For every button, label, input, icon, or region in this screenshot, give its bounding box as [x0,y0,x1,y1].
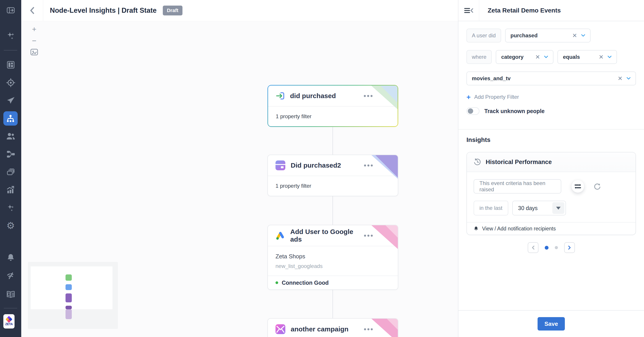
clear-icon[interactable]: ✕ [618,75,622,82]
chevron-right-icon [568,245,571,250]
operator-select-value: equals [563,54,580,60]
corner-decoration [372,155,398,179]
save-button[interactable]: Save [538,317,565,331]
panel-title: Zeta Retail Demo Events [488,7,561,14]
target-icon[interactable] [0,75,21,90]
analytics-icon[interactable] [0,183,21,197]
triangle-down-icon [556,207,560,210]
fit-view-button[interactable] [30,48,38,56]
chevron-down-icon[interactable] [608,56,612,58]
settings-gear-icon[interactable]: ⚙ [0,219,21,233]
corner-decoration [372,225,398,249]
chevron-left-icon [30,6,35,15]
collapse-sidebar-icon[interactable] [0,3,21,17]
page-dot-active[interactable] [545,246,548,250]
adjust-filters-button[interactable] [572,180,584,193]
bell-icon [474,226,478,231]
node-did-purchased2[interactable]: Did purchased2 1 property filter [268,155,398,196]
prev-page-button[interactable] [528,242,538,253]
duration-select[interactable]: 30 days [512,201,566,215]
clear-icon[interactable]: ✕ [599,54,604,60]
zeta-logo-text: ZETA [5,322,13,326]
zeta-logo[interactable]: ZETA [3,314,14,329]
minimap-node-marker [66,306,72,309]
panel-header: Zeta Retail Demo Events [458,0,644,21]
duration-value: 30 days [518,205,538,211]
sidebar-divider [4,50,17,50]
top-bar: Node-Level Insights | Draft State Draft [21,0,458,21]
package-icon [276,160,285,170]
next-page-button[interactable] [564,242,575,253]
panel-header-divider [479,0,479,21]
chevron-down-icon[interactable] [544,56,548,58]
insights-heading: Insights [466,136,636,143]
refresh-button[interactable] [594,183,600,190]
refresh-icon [594,183,600,190]
value-select[interactable]: movies_and_tv ✕ [466,71,636,85]
zoom-in-button[interactable]: + [32,25,36,33]
notifications-bell-icon[interactable] [0,251,21,265]
operator-select[interactable]: equals ✕ [558,50,617,64]
docs-book-icon[interactable] [0,287,21,302]
connection-status-text: Connection Good [282,280,329,286]
event-config-panel: Zeta Retail Demo Events A user did purch… [458,0,644,337]
workflow-icon[interactable] [0,147,21,161]
notification-recipients-label: View / Add notification recipients [482,226,556,232]
page-dot[interactable] [555,246,558,249]
minimap-node-marker [66,309,72,319]
stack-icon[interactable] [0,165,21,179]
property-select[interactable]: category ✕ [496,50,554,64]
event-select[interactable]: purchased ✕ [505,29,590,42]
sparkles-icon[interactable] [0,201,21,215]
plus-icon: + [466,93,471,101]
node-subtext: 1 property filter [268,107,398,126]
sidebar-divider [4,308,17,308]
corner-decoration [372,319,398,337]
event-prefix-pill: A user did [466,29,501,42]
add-property-filter-link[interactable]: + Add Property Filter [466,93,636,101]
node-did-purchased[interactable]: did purchased 1 property filter [268,85,398,127]
node-menu-icon[interactable] [364,328,373,330]
minimap[interactable] [28,262,118,329]
historical-performance-card: Historical Performance This event criter… [466,152,636,235]
node-another-campaign[interactable]: another campaign [268,318,398,337]
connection-status-dot [276,281,278,284]
node-menu-icon[interactable] [364,235,373,237]
back-button[interactable] [21,0,43,21]
node-connection-name: Zeta Shops [268,246,398,260]
node-title: Add User to Google ads [290,228,364,243]
chevron-down-icon[interactable] [581,34,585,37]
chevron-left-icon [532,245,535,250]
node-list-name: new_list_googleads [268,260,398,276]
sliders-icon [574,183,581,189]
sitemap-icon [6,114,15,123]
node-menu-icon[interactable] [364,164,373,166]
people-icon[interactable] [0,129,21,143]
app-sidebar: ⚙ ZETA [0,0,21,337]
sparkles-icon[interactable] [0,29,21,43]
section-divider [458,129,644,130]
sidebar-item-journeys[interactable] [3,111,18,126]
header-divider [43,0,43,21]
node-google-ads[interactable]: Add User to Google ads Zeta Shops new_li… [268,225,398,290]
journey-canvas[interactable]: + − did purchased 1 property filter Did … [21,21,458,337]
minimap-node-marker [66,275,72,281]
clear-icon[interactable]: ✕ [572,32,577,39]
collapse-panel-button[interactable] [458,6,479,14]
zoom-out-button[interactable]: − [32,37,36,44]
track-unknown-toggle[interactable] [466,107,480,115]
chevron-down-icon[interactable] [626,77,630,80]
page-title: Node-Level Insights | Draft State [50,6,156,14]
dropdown-arrow-button[interactable] [552,202,564,214]
send-icon[interactable] [0,93,21,108]
signal-icon[interactable] [0,268,21,283]
clear-icon[interactable]: ✕ [535,54,540,60]
canvas-controls: + − [28,25,41,56]
criteria-box: This event criteria has been raised [474,179,561,194]
node-menu-icon[interactable] [364,95,372,97]
notification-recipients-row[interactable]: View / Add notification recipients [467,222,636,235]
zeta-diamond-icon [5,316,12,323]
dashboard-icon[interactable] [0,58,21,72]
node-title: did purchased [290,92,364,100]
event-select-value: purchased [510,32,538,39]
